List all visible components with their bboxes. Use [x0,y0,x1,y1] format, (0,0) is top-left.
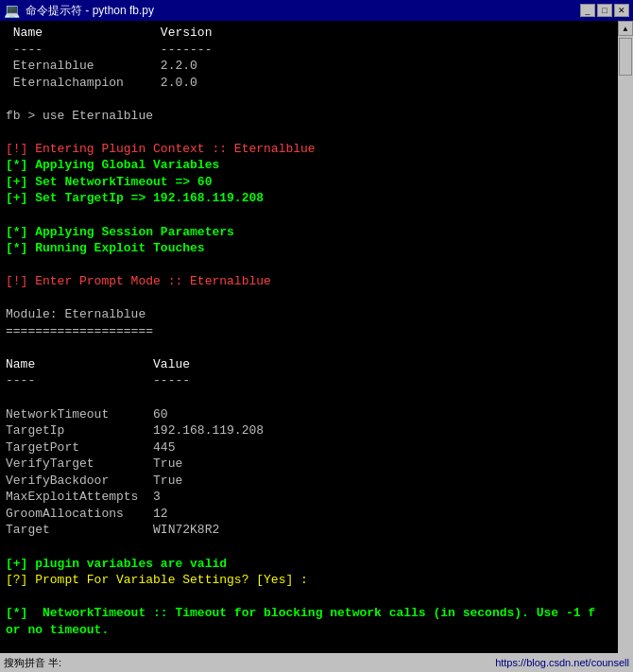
ime-indicator: 搜狗拼音 半: [4,656,61,670]
maximize-button[interactable]: □ [597,4,612,17]
title-bar-left: 💻 命令提示符 - python fb.py [4,3,154,19]
terminal-wrapper: Name Version ---- ------- Eternalblue 2.… [0,21,633,653]
title-bar-buttons: _ □ ✕ [580,4,629,17]
bottom-bar: 搜狗拼音 半: https://blog.csdn.net/counsell [0,653,633,672]
scroll-thumb[interactable] [619,38,632,76]
terminal[interactable]: Name Version ---- ------- Eternalblue 2.… [0,21,618,653]
scroll-up-button[interactable]: ▲ [618,21,633,36]
watermark-url: https://blog.csdn.net/counsell [495,657,629,668]
terminal-content: Name Version ---- ------- Eternalblue 2.… [6,25,612,653]
window: 💻 命令提示符 - python fb.py _ □ ✕ Name Versio… [0,0,633,672]
title-bar: 💻 命令提示符 - python fb.py _ □ ✕ [0,0,633,21]
scrollbar[interactable]: ▲ [618,21,633,653]
minimize-button[interactable]: _ [580,4,595,17]
window-icon: 💻 [4,3,20,19]
close-button[interactable]: ✕ [614,4,629,17]
window-title: 命令提示符 - python fb.py [26,3,154,19]
